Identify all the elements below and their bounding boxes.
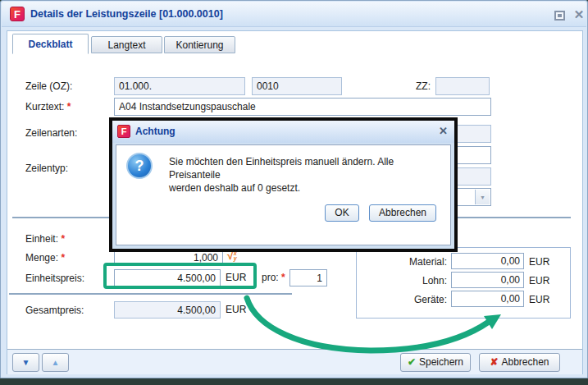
title-bar: F Details der Leistungszeile [01.000.001… [2,2,586,27]
zz-label: ZZ: [416,80,431,92]
save-button[interactable]: ✔Speichern [400,353,471,372]
gesamtpreis-currency: EUR [226,304,246,315]
gesamtpreis-field: 4.500,00 [114,301,221,319]
up-arrow-icon: ▲ [52,358,60,367]
geraete-currency: EUR [529,294,549,305]
pro-label: pro: * [262,272,285,283]
tab-deckblatt[interactable]: Deckblatt [12,34,89,54]
modal-cancel-button[interactable]: Abbrechen [369,204,436,222]
geraete-label: Geräte: [357,294,447,305]
move-down-button[interactable]: ▼ [12,353,39,372]
zeile-oz-label: Zeile (OZ): [25,80,72,92]
maximize-icon[interactable] [554,11,565,21]
kurztext-input[interactable]: A04 Instandsetzungspauschale [114,98,491,116]
move-up-button[interactable]: ▲ [42,353,69,372]
save-button-label: Speichern [419,356,463,368]
required-asterisk: * [61,233,65,245]
cancel-button-label: Abbrechen [502,356,549,368]
pro-input[interactable]: 1 [289,269,327,286]
menge-label-text: Menge: [25,252,58,264]
gesamtpreis-divider [9,293,292,295]
tab-langtext[interactable]: Langtext [91,36,162,53]
app-logo-icon: F [10,7,25,21]
modal-body: ? Sie möchten den Einheitspreis manuell … [116,144,451,245]
zz-field [435,77,490,95]
down-arrow-icon: ▼ [22,358,30,367]
geraete-input[interactable]: 0,00 [451,291,524,307]
modal-message: Sie möchten den Einheitspreis manuell än… [169,155,448,195]
modal-message-line-1: Sie möchten den Einheitspreis manuell än… [169,155,448,181]
zeilenarten-label: Zeilenarten: [25,127,77,139]
modal-title-bar: F Achtung ✕ [112,121,454,143]
price-parts-panel: Material: 0,00 EUR Lohn: 0,00 EUR Geräte… [356,247,571,319]
required-asterisk: * [67,101,71,112]
desktop-background-strip [0,378,588,385]
highlight-rectangle [103,263,257,289]
achtung-modal: F Achtung ✕ ? Sie möchten den Einheitspr… [109,117,458,252]
window-title: Details der Leistungszeile [01.000.0010] [30,8,223,20]
close-icon[interactable]: ✕ [572,7,586,22]
screen: F Details der Leistungszeile [01.000.001… [0,0,588,385]
modal-close-icon[interactable]: ✕ [439,125,448,137]
pro-label-text: pro: [262,272,279,283]
chevron-down-icon[interactable]: ▼ [475,190,490,204]
modal-app-logo-icon: F [117,125,130,138]
question-icon: ? [126,153,153,179]
modal-ok-button[interactable]: OK [325,204,359,222]
material-input[interactable]: 0,00 [451,253,524,269]
einheit-label: Einheit: * [25,233,65,245]
tab-kontierung[interactable]: Kontierung [164,36,235,53]
kurztext-label-text: Kurztext: [25,101,64,112]
formula-y: y [234,255,237,261]
lohn-label: Lohn: [357,275,447,286]
menge-label: Menge: * [25,252,65,264]
kurztext-label: Kurztext: * [25,101,71,112]
required-asterisk: * [281,272,285,283]
gesamtpreis-label: Gesamtpreis: [25,305,84,316]
zeile-oz-field-2: 0010 [252,77,342,95]
required-asterisk: * [61,252,65,264]
zeilentyp-label: Zeilentyp: [25,163,68,174]
material-currency: EUR [529,256,549,268]
cancel-button[interactable]: ✘Abbrechen [479,353,560,372]
lohn-input[interactable]: 0,00 [451,272,524,288]
lohn-currency: EUR [529,275,549,286]
check-icon: ✔ [408,356,416,368]
einheit-label-text: Einheit: [25,233,58,245]
footer-bar: ▼ ▲ ✔Speichern ✘Abbrechen [7,349,582,374]
einheitspreis-label: Einheitspreis: [25,273,84,284]
modal-title: Achtung [135,126,175,137]
maximize-icon-inner [558,14,562,17]
modal-message-line-2: werden deshalb auf 0 gesetzt. [169,181,448,195]
zeile-oz-field-1: 01.000. [114,77,245,95]
material-label: Material: [357,256,447,268]
cross-icon: ✘ [490,356,498,368]
